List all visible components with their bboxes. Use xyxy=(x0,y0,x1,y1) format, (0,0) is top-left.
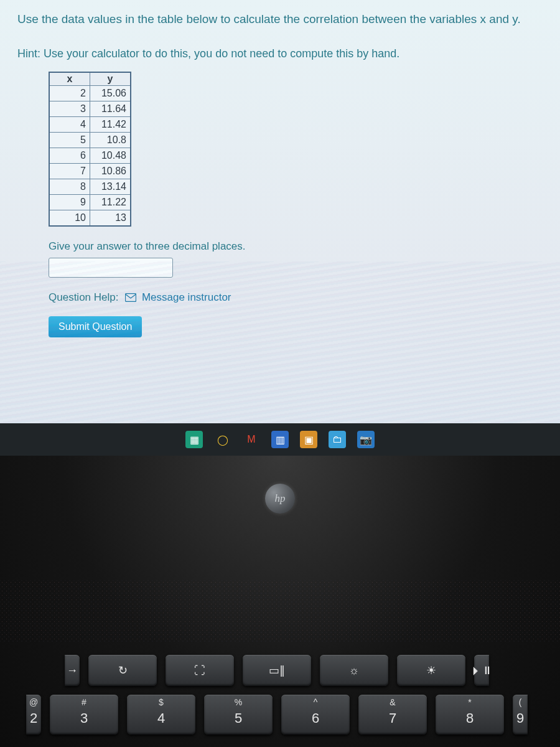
key-refresh[interactable]: ↻ xyxy=(88,655,157,686)
x-cell: 6 xyxy=(49,148,90,163)
key-6[interactable]: ^6 xyxy=(281,695,350,735)
key-play[interactable]: ⏵⏸ xyxy=(474,655,489,686)
key-5[interactable]: %5 xyxy=(204,695,273,735)
key-4[interactable]: $4 xyxy=(127,695,195,735)
question-panel: Use the data values in the table below t… xyxy=(0,0,560,486)
y-cell: 11.22 xyxy=(90,194,131,210)
table-row: 911.22 xyxy=(49,194,131,210)
x-cell: 7 xyxy=(49,163,90,179)
speaker-grille xyxy=(0,580,560,642)
question-help-row: Question Help: Message instructor xyxy=(49,291,543,305)
answer-instruction: Give your answer to three decimal places… xyxy=(49,240,543,253)
table-row: 610.48 xyxy=(49,148,131,163)
camera-icon[interactable]: 📷 xyxy=(357,431,375,448)
y-cell: 11.64 xyxy=(90,101,131,116)
key-2[interactable]: @2 xyxy=(26,695,41,735)
x-cell: 2 xyxy=(49,85,90,101)
col-x-header: x xyxy=(49,72,90,86)
spreadsheet-icon[interactable]: ▦ xyxy=(185,431,203,448)
question-prompt: Use the data values in the table below t… xyxy=(17,11,543,27)
table-row: 1013 xyxy=(49,210,131,226)
key-bright-dn[interactable]: ☼ xyxy=(320,655,388,686)
mail-icon xyxy=(125,293,136,305)
y-cell: 10.86 xyxy=(90,163,131,179)
x-cell: 10 xyxy=(49,210,90,226)
xy-data-table: x y 215.06311.64411.42510.8610.48710.868… xyxy=(49,72,131,227)
y-cell: 10.8 xyxy=(90,132,131,148)
windows-taskbar: ▦◯M▥▣🗀📷 xyxy=(0,423,560,456)
question-body: x y 215.06311.64411.42510.8610.48710.868… xyxy=(49,72,543,337)
key-3[interactable]: #3 xyxy=(50,695,118,735)
table-row: 215.06 xyxy=(49,85,131,101)
x-cell: 8 xyxy=(49,179,90,194)
keyboard: →↻⛶▭‖☼☀⏵⏸ @2#3$4%5^6&7*8(9 xyxy=(0,655,560,735)
y-cell: 15.06 xyxy=(90,85,131,101)
key-fullscreen[interactable]: ⛶ xyxy=(166,655,234,686)
y-cell: 13 xyxy=(90,210,131,226)
col-y-header: y xyxy=(90,72,131,86)
x-cell: 9 xyxy=(49,194,90,210)
word-icon[interactable]: ▥ xyxy=(271,431,289,448)
y-cell: 11.42 xyxy=(90,116,131,132)
chrome-icon[interactable]: ◯ xyxy=(214,431,231,448)
key-bright-up[interactable]: ☀ xyxy=(397,655,465,686)
key-tab-arrow[interactable]: → xyxy=(65,655,80,686)
question-help-label: Question Help: xyxy=(49,291,118,303)
table-row: 311.64 xyxy=(49,101,131,116)
x-cell: 3 xyxy=(49,101,90,116)
x-cell: 4 xyxy=(49,116,90,132)
key-7[interactable]: &7 xyxy=(358,695,427,735)
table-row: 510.8 xyxy=(49,132,131,148)
svg-rect-0 xyxy=(126,293,136,301)
laptop-chassis: hp →↻⛶▭‖☼☀⏵⏸ @2#3$4%5^6&7*8(9 xyxy=(0,456,560,747)
submit-question-button[interactable]: Submit Question xyxy=(49,316,142,337)
key-8[interactable]: *8 xyxy=(436,695,504,735)
x-cell: 5 xyxy=(49,132,90,148)
table-row: 813.14 xyxy=(49,179,131,194)
y-cell: 10.48 xyxy=(90,148,131,163)
gmail-icon[interactable]: M xyxy=(243,431,260,448)
answer-input[interactable] xyxy=(49,258,173,278)
key-overview[interactable]: ▭‖ xyxy=(243,655,311,686)
table-row: 411.42 xyxy=(49,116,131,132)
key-9[interactable]: (9 xyxy=(513,695,528,735)
music-icon[interactable]: ▣ xyxy=(300,431,317,448)
hp-logo: hp xyxy=(265,484,295,514)
question-hint: Hint: Use your calculator to do this, yo… xyxy=(17,47,543,60)
folder-icon[interactable]: 🗀 xyxy=(329,431,346,448)
table-row: 710.86 xyxy=(49,163,131,179)
y-cell: 13.14 xyxy=(90,179,131,194)
message-instructor-link[interactable]: Message instructor xyxy=(142,291,231,303)
